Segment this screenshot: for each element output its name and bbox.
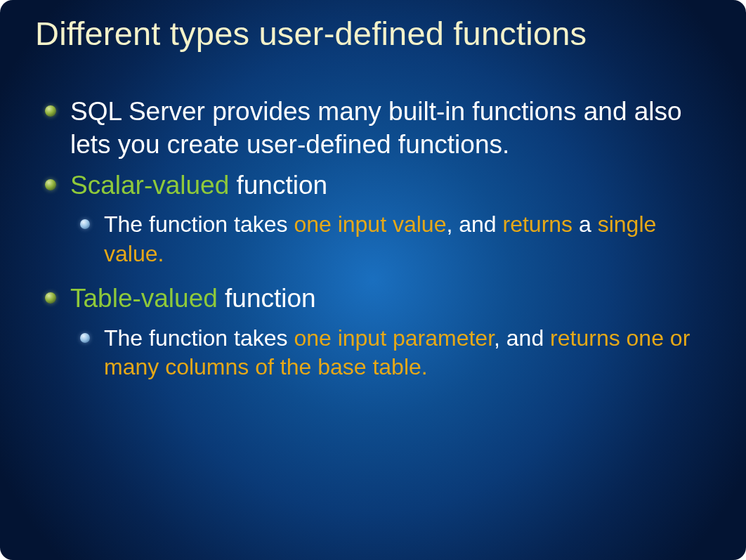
text-run: The function takes bbox=[104, 211, 294, 237]
text-run: returns bbox=[503, 211, 573, 237]
text-run: The function takes bbox=[104, 325, 294, 351]
text-run: , and bbox=[494, 325, 550, 351]
text-run: function bbox=[229, 171, 327, 200]
bullet-level2: The function takes one input parameter, … bbox=[77, 324, 711, 382]
text-run: Scalar-valued bbox=[70, 171, 229, 200]
text-run: one input parameter bbox=[294, 325, 494, 351]
bullet-list: SQL Server provides many built-in functi… bbox=[42, 96, 711, 382]
bullet-level1: SQL Server provides many built-in functi… bbox=[42, 96, 711, 161]
bullet-level2: The function takes one input value, and … bbox=[77, 210, 711, 268]
text-run: a bbox=[572, 211, 598, 237]
slide-title: Different types user-defined functions bbox=[35, 14, 711, 53]
text-run: function bbox=[218, 284, 316, 313]
text-run: , and bbox=[446, 211, 502, 237]
text-run: one input value bbox=[294, 211, 446, 237]
text-run: Table-valued bbox=[70, 284, 218, 313]
bullet-level1: Table-valued function bbox=[42, 282, 711, 315]
slide: Different types user-defined functions S… bbox=[0, 0, 746, 560]
bullet-level1: Scalar-valued function bbox=[42, 169, 711, 202]
text-run: SQL Server provides many built-in functi… bbox=[70, 97, 682, 158]
